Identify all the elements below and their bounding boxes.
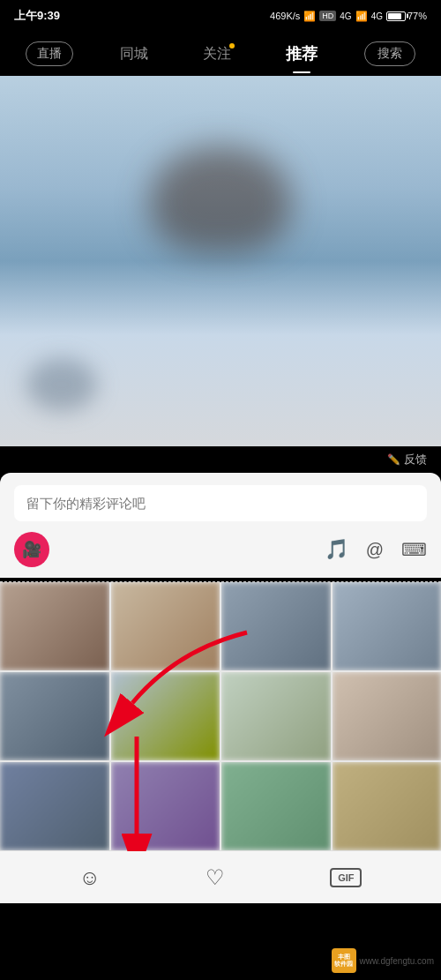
- grid-cell[interactable]: [333, 582, 442, 670]
- video-camera-icon: 🎥: [22, 540, 41, 559]
- video-background: [0, 76, 441, 446]
- watermark: 丰图软件园 www.dgfengtu.com: [332, 948, 435, 973]
- feedback-button[interactable]: ✏️ 反馈: [387, 452, 427, 468]
- tool-right: 🎵 @ ⌨: [325, 538, 427, 561]
- hd-icon: HD: [319, 11, 336, 21]
- video-comment-button[interactable]: 🎥: [14, 532, 49, 567]
- follow-dot: [229, 43, 235, 49]
- grid-cell[interactable]: [0, 582, 109, 670]
- tool-left: 🎥: [14, 532, 49, 567]
- status-bar: 上午9:39 469K/s 📶 HD 4G 📶 4G 77%: [0, 0, 441, 32]
- video-blur-object-2: [26, 358, 97, 411]
- keyboard-icon[interactable]: ⌨: [401, 539, 427, 560]
- nav-item-live[interactable]: 直播: [26, 41, 73, 66]
- music-icon[interactable]: 🎵: [325, 538, 348, 561]
- grid-cell[interactable]: [221, 582, 331, 670]
- gif-button[interactable]: GIF: [330, 868, 362, 887]
- 4g-icon: 4G: [340, 11, 351, 21]
- heart-button[interactable]: ♡: [206, 865, 225, 890]
- grid-cell[interactable]: [0, 762, 109, 850]
- nav-bar: 直播 同城 关注 推荐 搜索: [0, 32, 441, 76]
- grid-cell[interactable]: [0, 672, 109, 760]
- edit-icon: ✏️: [387, 453, 400, 466]
- grid-cell[interactable]: [221, 672, 331, 760]
- bottom-toolbar: ☺ ♡ GIF: [0, 850, 441, 903]
- grid-cell[interactable]: [333, 762, 442, 850]
- video-blur-object-1: [150, 146, 291, 252]
- nav-item-nearby[interactable]: 同城: [111, 40, 157, 69]
- network-speed: 469K/s: [270, 11, 300, 21]
- image-grid: [0, 582, 441, 850]
- active-underline: [293, 71, 310, 73]
- grid-cell[interactable]: [221, 762, 331, 850]
- watermark-domain: www.dgfengtu.com: [360, 956, 435, 966]
- status-time: 上午9:39: [14, 8, 60, 24]
- nav-item-follow[interactable]: 关注: [194, 40, 240, 69]
- at-icon[interactable]: @: [366, 540, 384, 560]
- emoji-button[interactable]: ☺: [79, 865, 101, 890]
- signal-icon-2: 📶: [355, 11, 368, 22]
- gif-badge: GIF: [330, 868, 362, 887]
- feedback-bar: ✏️ 反馈: [0, 446, 441, 473]
- comment-panel: 🎥 🎵 @ ⌨: [0, 473, 441, 578]
- watermark-logo: 丰图软件园: [332, 948, 356, 973]
- comment-input[interactable]: [14, 485, 427, 521]
- signal-icon: 📶: [303, 11, 316, 22]
- status-right: 469K/s 📶 HD 4G 📶 4G 77%: [270, 11, 427, 22]
- 4g-icon-2: 4G: [371, 11, 383, 21]
- nav-item-recommend[interactable]: 推荐: [277, 38, 326, 70]
- grid-cell[interactable]: [333, 672, 442, 760]
- grid-cell[interactable]: [111, 672, 220, 760]
- comment-tools: 🎥 🎵 @ ⌨: [14, 532, 427, 567]
- image-grid-panel: [0, 582, 441, 850]
- grid-cell[interactable]: [111, 582, 220, 670]
- heart-icon: ♡: [206, 865, 225, 890]
- nav-item-search[interactable]: 搜索: [364, 41, 415, 66]
- grid-cell[interactable]: [111, 762, 220, 850]
- battery-display: 77%: [386, 11, 427, 21]
- video-area: [0, 76, 441, 446]
- emoji-icon: ☺: [79, 865, 101, 890]
